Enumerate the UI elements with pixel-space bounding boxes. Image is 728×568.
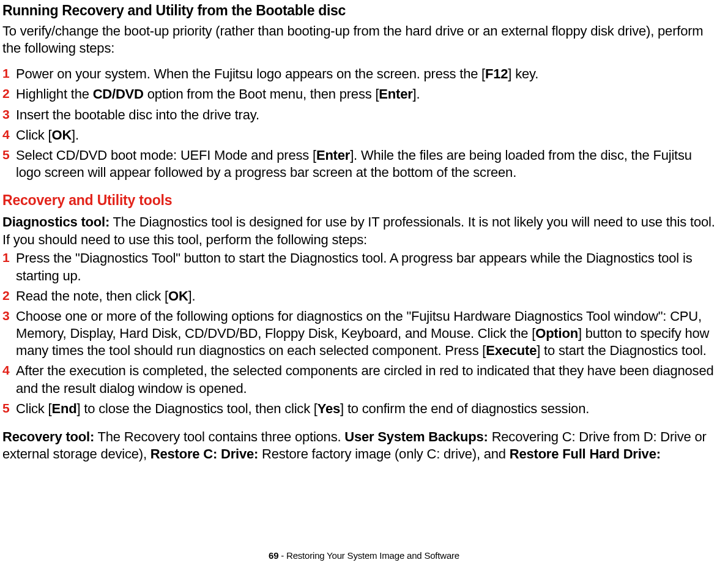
step-number: 1	[2, 250, 9, 266]
step-number: 2	[2, 86, 9, 102]
step-text: After the execution is completed, the se…	[16, 363, 713, 395]
section-heading-tools: Recovery and Utility tools	[2, 192, 717, 209]
step-text: Insert the bootable disc into the drive …	[16, 107, 259, 122]
diag-step-5-click-end: 5 Click [End] to close the Diagnostics t…	[2, 400, 717, 417]
diag-step-2-read-note: 2 Read the note, then click [OK].	[2, 288, 717, 305]
step-text: Power on your system. When the Fujitsu l…	[16, 66, 538, 81]
page-footer: 69 - Restoring Your System Image and Sof…	[0, 550, 728, 561]
steps-list-boot: 1 Power on your system. When the Fujitsu…	[2, 65, 717, 181]
step-5-select-uefi: 5 Select CD/DVD boot mode: UEFI Mode and…	[2, 147, 717, 181]
step-3-insert-disc: 3 Insert the bootable disc into the driv…	[2, 106, 717, 124]
page-number: 69	[269, 550, 278, 561]
steps-list-diagnostics: 1 Press the "Diagnostics Tool" button to…	[2, 250, 717, 417]
step-number: 3	[2, 106, 9, 123]
step-text: Press the "Diagnostics Tool" button to s…	[16, 250, 692, 283]
paragraph-diagnostics-lead: Diagnostics tool: The Diagnostics tool i…	[2, 214, 717, 248]
step-2-highlight-cddvd: 2 Highlight the CD/DVD option from the B…	[2, 86, 717, 103]
step-text: Click [End] to close the Diagnostics too…	[16, 401, 589, 416]
step-number: 1	[2, 65, 9, 82]
step-number: 5	[2, 400, 9, 417]
step-text: Read the note, then click [OK].	[16, 288, 195, 304]
diag-step-3-choose-options: 3 Choose one or more of the following op…	[2, 308, 717, 359]
step-text: Choose one or more of the following opti…	[16, 308, 709, 358]
footer-title: Restoring Your System Image and Software	[286, 550, 459, 561]
step-text: Click [OK].	[16, 127, 79, 143]
step-text: Highlight the CD/DVD option from the Boo…	[16, 86, 420, 102]
lead-paragraph-bootpriority: To verify/change the boot-up priority (r…	[2, 23, 717, 57]
diagnostics-tool-title: Diagnostics tool:	[2, 214, 110, 230]
recovery-tool-title: Recovery tool:	[2, 429, 94, 444]
diag-step-4-after-execution: 4 After the execution is completed, the …	[2, 362, 717, 397]
paragraph-recovery-tool: Recovery tool: The Recovery tool contain…	[2, 428, 717, 463]
diag-step-1-press-button: 1 Press the "Diagnostics Tool" button to…	[2, 250, 717, 284]
step-number: 5	[2, 147, 9, 163]
step-number: 4	[2, 362, 9, 379]
section-heading-bootable-disc: Running Recovery and Utility from the Bo…	[2, 2, 717, 19]
step-number: 4	[2, 127, 9, 143]
step-text: Select CD/DVD boot mode: UEFI Mode and p…	[16, 148, 692, 180]
step-number: 3	[2, 308, 9, 324]
document-page: Running Recovery and Utility from the Bo…	[0, 0, 728, 568]
step-1-poweron: 1 Power on your system. When the Fujitsu…	[2, 65, 717, 83]
step-number: 2	[2, 288, 9, 304]
footer-separator: -	[278, 550, 286, 561]
step-4-click-ok: 4 Click [OK].	[2, 127, 717, 144]
